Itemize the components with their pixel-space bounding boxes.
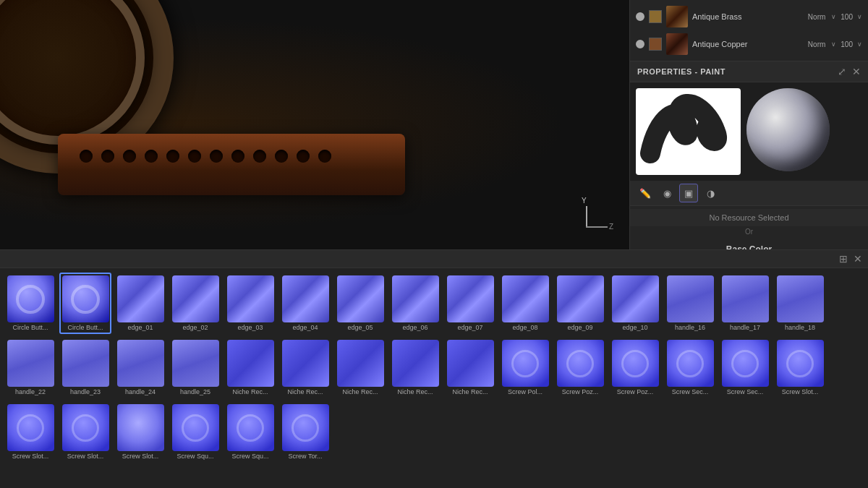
asset-item[interactable]: edge_10 xyxy=(609,273,661,334)
close-icon[interactable]: ✕ xyxy=(852,66,861,77)
asset-item[interactable]: edge_05 xyxy=(334,273,386,334)
asset-name: Screw Sec... xyxy=(665,388,715,395)
layer-opacity-arrow[interactable]: ∨ xyxy=(857,40,862,48)
asset-name: handle_16 xyxy=(665,324,715,331)
asset-item[interactable]: Niche Rec... xyxy=(444,337,496,398)
layer-opacity[interactable]: 100 xyxy=(841,13,853,21)
asset-thumbnail xyxy=(447,275,494,322)
layer-item-antique-copper[interactable]: Antique Copper Norm ∨ 100 ∨ xyxy=(630,30,868,58)
asset-thumbnail xyxy=(227,275,274,322)
close-bottom-icon[interactable]: ✕ xyxy=(854,253,862,265)
asset-name: edge_01 xyxy=(116,324,165,331)
layer-blend-mode[interactable]: Norm xyxy=(808,13,825,21)
asset-item[interactable]: Screw Sec... xyxy=(719,337,771,398)
asset-item[interactable]: handle_17 xyxy=(719,273,771,334)
asset-thumbnail xyxy=(392,340,439,387)
asset-item[interactable]: handle_22 xyxy=(4,337,56,398)
asset-item[interactable]: handle_18 xyxy=(774,273,826,334)
asset-item[interactable]: handle_24 xyxy=(114,337,166,398)
asset-item[interactable]: Screw Squ... xyxy=(224,401,276,463)
layer-blend-mode[interactable]: Norm xyxy=(808,40,825,48)
asset-name: Screw Poz... xyxy=(556,388,605,395)
asset-name: Screw Tor... xyxy=(281,453,330,460)
asset-item[interactable]: Screw Squ... xyxy=(169,401,221,463)
asset-item[interactable]: Screw Slot... xyxy=(114,401,166,463)
layer-opacity-arrow[interactable]: ∨ xyxy=(857,13,862,20)
square-tool[interactable]: ▣ xyxy=(679,184,698,202)
asset-name: Circle Butt... xyxy=(61,324,110,331)
asset-thumbnail xyxy=(62,340,109,387)
asset-item[interactable]: edge_01 xyxy=(114,273,166,334)
asset-item[interactable]: Screw Tor... xyxy=(279,401,331,463)
asset-item[interactable]: Screw Slot... xyxy=(774,337,826,398)
grid-icon[interactable]: ⊞ xyxy=(839,253,848,265)
asset-thumbnail xyxy=(7,404,54,451)
asset-item[interactable]: handle_25 xyxy=(169,337,221,398)
asset-item[interactable]: Niche Rec... xyxy=(224,337,276,398)
asset-thumbnail xyxy=(282,275,329,322)
asset-item[interactable]: Screw Slot... xyxy=(59,401,111,463)
cylinder-hole xyxy=(166,150,179,163)
asset-item[interactable]: handle_16 xyxy=(664,273,716,334)
asset-item[interactable]: edge_08 xyxy=(499,273,551,334)
asset-thumbnail xyxy=(392,275,439,322)
layer-item-antique-brass[interactable]: Antique Brass Norm ∨ 100 ∨ xyxy=(630,3,868,30)
layer-radio[interactable] xyxy=(636,40,644,48)
asset-name: Niche Rec... xyxy=(281,388,330,395)
moon-tool[interactable]: ◑ xyxy=(701,184,720,202)
asset-item[interactable]: Screw Slot... xyxy=(4,401,56,463)
cylinder-holes xyxy=(58,134,405,179)
asset-name: handle_23 xyxy=(61,388,110,395)
no-resource-label: No Resource Selected xyxy=(630,209,868,226)
asset-item[interactable]: handle_23 xyxy=(59,337,111,398)
asset-item[interactable]: Circle Butt... xyxy=(4,273,56,334)
layer-blend-arrow[interactable]: ∨ xyxy=(831,13,836,20)
right-panel: Antique Brass Norm ∨ 100 ∨ Antique Coppe… xyxy=(629,0,868,249)
asset-name: edge_08 xyxy=(501,324,550,331)
asset-item[interactable]: Screw Poz... xyxy=(609,337,661,398)
asset-item[interactable]: Niche Rec... xyxy=(389,337,441,398)
asset-thumbnail xyxy=(777,340,824,387)
asset-item[interactable]: Niche Rec... xyxy=(279,337,331,398)
asset-item[interactable]: Circle Butt... xyxy=(59,273,111,334)
asset-name: handle_17 xyxy=(720,324,770,331)
asset-item[interactable]: edge_07 xyxy=(444,273,496,334)
layer-thumbnail xyxy=(666,6,688,27)
asset-thumbnail xyxy=(337,275,384,322)
asset-thumbnail xyxy=(722,340,769,387)
expand-icon[interactable]: ⤢ xyxy=(838,66,846,77)
or-label: Or xyxy=(630,226,868,237)
layer-thumb-image xyxy=(666,33,688,55)
asset-item[interactable]: edge_04 xyxy=(279,273,331,334)
asset-item[interactable]: edge_02 xyxy=(169,273,221,334)
asset-name: edge_05 xyxy=(336,324,385,331)
circle-tool[interactable]: ◉ xyxy=(658,184,676,202)
gear-visual xyxy=(0,0,629,249)
asset-thumbnail xyxy=(722,275,769,322)
asset-thumbnail xyxy=(7,340,54,387)
asset-name: handle_24 xyxy=(116,388,165,395)
asset-name: edge_09 xyxy=(556,324,605,331)
bottom-toolbar: ⊞ ✕ xyxy=(0,250,868,268)
asset-name: Niche Rec... xyxy=(391,388,440,395)
asset-item[interactable]: Niche Rec... xyxy=(334,337,386,398)
asset-item[interactable]: Screw Sec... xyxy=(664,337,716,398)
cylinder-hole xyxy=(145,150,158,163)
asset-item[interactable]: Screw Pol... xyxy=(499,337,551,398)
asset-item[interactable]: edge_06 xyxy=(389,273,441,334)
asset-name: Niche Rec... xyxy=(446,388,495,395)
layer-blend-arrow[interactable]: ∨ xyxy=(831,40,836,48)
layer-color-swatch xyxy=(649,10,662,23)
properties-title: PROPERTIES - PAINT xyxy=(637,67,726,76)
x-axis-label: Z xyxy=(609,223,613,231)
asset-name: Niche Rec... xyxy=(226,388,275,395)
bottom-toolbar-icons: ⊞ ✕ xyxy=(839,253,862,265)
asset-name: edge_06 xyxy=(391,324,440,331)
layer-radio[interactable] xyxy=(636,12,644,21)
asset-thumbnail xyxy=(172,275,219,322)
asset-item[interactable]: Screw Poz... xyxy=(554,337,606,398)
paint-brush-tool[interactable]: ✏️ xyxy=(636,184,655,202)
layer-opacity[interactable]: 100 xyxy=(841,40,853,48)
asset-item[interactable]: edge_03 xyxy=(224,273,276,334)
asset-item[interactable]: edge_09 xyxy=(554,273,606,334)
